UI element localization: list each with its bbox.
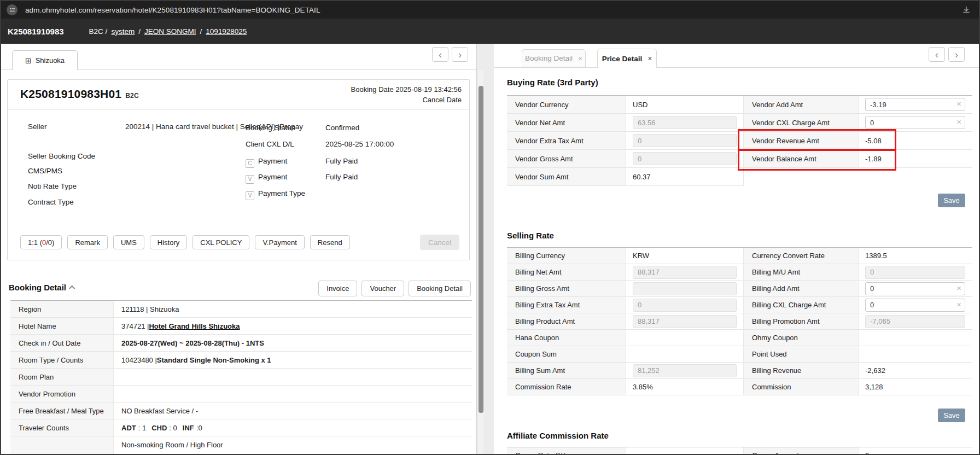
hotel-name-link[interactable]: Hotel Grand Hills Shizuoka xyxy=(149,322,240,330)
ohmy-coupon-value xyxy=(859,330,972,346)
one-to-one-button[interactable]: 1:1 (0/0) xyxy=(20,235,62,249)
vendor-currency-value: USD xyxy=(626,96,744,114)
browser-address-bar: adm.ohmyhotel.com/reservation/hotel/K250… xyxy=(1,1,979,19)
collapse-caret-icon[interactable] xyxy=(69,285,75,291)
breadcrumb-separator: / xyxy=(200,27,202,36)
breadcrumb-link-user[interactable]: JEON SONGMI xyxy=(144,27,196,36)
table-row: Vendor Currency USD Vendor Add Amt × xyxy=(507,96,972,114)
booking-detail-header: Booking Detail xyxy=(9,283,75,292)
breadcrumb-separator: / xyxy=(138,27,141,36)
ums-button[interactable]: UMS xyxy=(113,235,144,249)
table-row-checkin-out: Check in / Out Date 2025-08-27(Wed) ~ 20… xyxy=(10,335,472,352)
billing-mu-amt-input xyxy=(865,266,965,279)
clear-input-icon[interactable]: × xyxy=(956,118,961,126)
tab-booking-detail[interactable]: Booking Detail× xyxy=(522,49,586,67)
booking-detail-table: Region 121118 | Shizuoka Hotel Name 3747… xyxy=(10,300,472,454)
table-row: Billing Sum Amt Billing Revenue -2,632 xyxy=(507,363,972,379)
download-icon[interactable] xyxy=(960,4,972,16)
next-tab-button[interactable]: › xyxy=(948,47,965,62)
selling-rate-save-button[interactable]: Save xyxy=(938,409,965,422)
billing-currency-value: KRW xyxy=(626,248,744,264)
site-favicon-icon xyxy=(7,4,18,15)
cxl-policy-button[interactable]: CXL POLICY xyxy=(192,235,249,249)
booking-panel: ‹ › ⊞ Shizuoka K25081910983H01B2C Bookin… xyxy=(1,44,477,454)
v-payment-value: Fully Paid xyxy=(325,172,358,182)
vendor-cxl-charge-amt-input[interactable] xyxy=(865,116,965,129)
channel-badge: B2C xyxy=(125,92,139,100)
close-icon[interactable]: × xyxy=(578,54,582,63)
history-button[interactable]: History xyxy=(150,235,187,249)
vendor-gross-amt-input xyxy=(633,152,737,165)
commission-rate-value: 3.85% xyxy=(626,379,744,395)
vendor-add-amt-input[interactable] xyxy=(865,98,965,111)
tab-divider xyxy=(494,67,980,68)
affiliate-commission-title: Affiliate Commission Rate xyxy=(507,431,609,440)
billing-cxl-charge-amt-input[interactable] xyxy=(865,299,965,312)
reservation-id: K25081910983 xyxy=(8,27,64,36)
breadcrumb-link-system[interactable]: system xyxy=(111,27,135,36)
v-payment-button[interactable]: V.Payment xyxy=(255,235,304,249)
remark-button[interactable]: Remark xyxy=(67,235,108,249)
vendor-extra-tax-amt-input xyxy=(633,134,737,147)
tab-shizuoka[interactable]: ⊞ Shizuoka xyxy=(12,50,78,70)
table-row-hotel-name: Hotel Name 374721 | Hotel Grand Hills Sh… xyxy=(10,318,472,335)
selling-rate-table: Billing Currency KRW Currency Convert Ra… xyxy=(507,247,972,395)
breadcrumb: B2C / system / JEON SONGMI / 1091928025 xyxy=(89,27,247,36)
resend-button[interactable]: Resend xyxy=(310,235,350,249)
billing-add-amt-input[interactable] xyxy=(865,282,965,295)
url-text[interactable]: adm.ohmyhotel.com/reservation/hotel/K250… xyxy=(25,6,320,14)
room-preference-text: Non-smoking Room / High Floor xyxy=(121,441,223,449)
table-row: Vendor Extra Tax Amt Vendor Revenue Amt … xyxy=(507,132,972,150)
booking-date-value: 2025-08-19 13:42:56 xyxy=(395,85,462,94)
panel-scrollbar-thumb[interactable] xyxy=(479,86,483,413)
table-row: Hana Coupon Ohmy Coupon xyxy=(507,330,972,346)
c-payment-value: Fully Paid xyxy=(325,156,358,166)
breadcrumb-link-member-id[interactable]: 1091928025 xyxy=(206,27,247,36)
price-detail-panel: Booking Detail× Price Detail× ‹ › Buying… xyxy=(494,44,980,454)
buying-rate-table: Vendor Currency USD Vendor Add Amt × Ven… xyxy=(507,95,972,186)
vendor-balance-amt-value: -1.89 xyxy=(859,150,972,168)
voucher-button[interactable]: Voucher xyxy=(361,281,404,296)
clear-input-icon[interactable]: × xyxy=(956,300,961,308)
noti-rate-type-label: Noti Rate Type xyxy=(28,182,77,191)
vendor-sum-amt-value: 60.37 xyxy=(626,168,744,186)
invoice-button[interactable]: Invoice xyxy=(318,281,357,296)
vendor-revenue-amt-value: -5.08 xyxy=(859,132,972,150)
v-payment-type-label: VPayment Type xyxy=(246,189,305,200)
table-row-traveler-counts: Traveler Counts ADT: 1 CHD: 0 INF:0 xyxy=(10,419,472,436)
v-payment-label: VPayment xyxy=(246,172,287,184)
booking-detail-button[interactable]: Booking Detail xyxy=(409,281,471,296)
tab-price-detail[interactable]: Price Detail× xyxy=(597,49,657,68)
v-badge-icon: V xyxy=(246,191,254,200)
clear-input-icon[interactable]: × xyxy=(956,284,961,292)
close-icon[interactable]: × xyxy=(648,54,652,63)
table-row: Vendor Net Amt Vendor CXL Charge Amt × xyxy=(507,114,972,132)
cancel-booking-button: Cancel xyxy=(420,235,459,250)
next-booking-button[interactable]: › xyxy=(452,47,468,62)
seller-booking-code-label: Seller Booking Code xyxy=(28,151,95,161)
buying-rate-save-button[interactable]: Save xyxy=(938,194,965,207)
table-row: Billing Product Amt Billing Promotion Am… xyxy=(507,313,972,330)
table-row: Billing Currency KRW Currency Convert Ra… xyxy=(507,248,972,264)
table-row: Billing Gross Amt Billing Add Amt × xyxy=(507,281,972,297)
card-divider xyxy=(8,109,469,110)
table-row: Commission Rate 3.85% Commission 3,128 xyxy=(507,379,972,395)
prev-tab-button[interactable]: ‹ xyxy=(929,47,945,62)
clear-input-icon[interactable]: × xyxy=(956,100,961,108)
breadcrumb-channel: B2C / xyxy=(89,27,108,36)
comm-amount-value: 0 xyxy=(859,447,972,454)
booking-detail-title: Booking Detail xyxy=(9,283,66,292)
buying-rate-title: Buying Rate (3rd Party) xyxy=(507,78,598,87)
card-action-buttons: 1:1 (0/0) Remark UMS History CXL POLICY … xyxy=(20,235,350,249)
commission-value: 3,128 xyxy=(859,379,972,395)
vendor-net-amt-input xyxy=(633,116,737,129)
app-window: adm.ohmyhotel.com/reservation/hotel/K250… xyxy=(0,0,980,455)
booking-summary-card: K25081910983H01B2C Booking Date 2025-08-… xyxy=(7,79,470,260)
booking-status-label: Booking Status xyxy=(246,123,295,132)
table-row-special-request: Non-smoking Room / High Floor xyxy=(10,436,472,454)
point-used-value xyxy=(859,346,972,363)
prev-booking-button[interactable]: ‹ xyxy=(432,47,448,62)
client-cxl-deadline-value: 2025-08-25 17:00:00 xyxy=(325,139,394,149)
booking-number-title: K25081910983H01B2C xyxy=(20,88,139,101)
affiliate-commission-table: Comm Rate (%) Comm Amount 0 xyxy=(507,447,972,454)
